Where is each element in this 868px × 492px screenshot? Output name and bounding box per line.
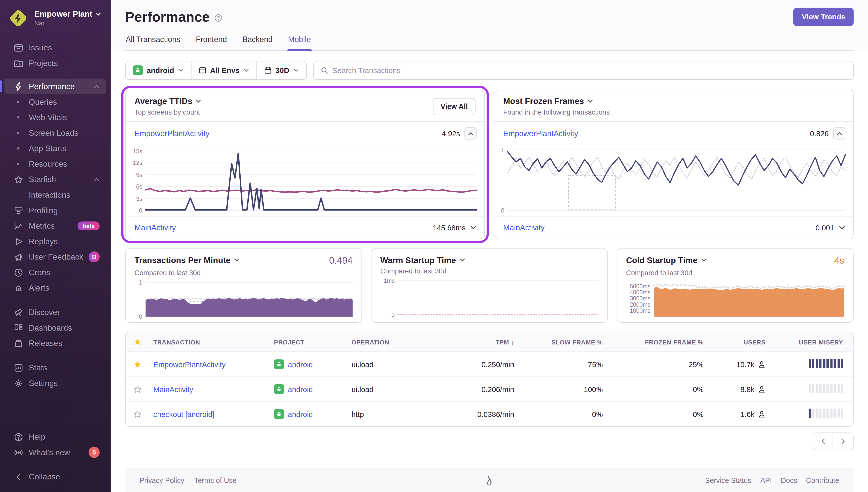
transaction-link[interactable]: EmpowerPlantActivity [503, 129, 578, 138]
column-header-user-misery[interactable]: USER MISERY [770, 333, 848, 351]
chevron-down-icon [293, 68, 299, 73]
sidebar-item-profiling[interactable]: Profiling [4, 203, 106, 218]
user-icon [758, 361, 766, 368]
user-icon [758, 410, 766, 418]
collapse-toggle-button[interactable] [464, 127, 477, 140]
project-cell[interactable]: android [270, 378, 347, 401]
sidebar-item-releases[interactable]: Releases [4, 336, 106, 351]
transaction-link[interactable]: MainActivity [503, 223, 544, 232]
favorite-star-button[interactable] [126, 353, 149, 375]
sidebar-item-resources[interactable]: Resources [4, 156, 106, 172]
expand-toggle-button[interactable] [839, 224, 845, 231]
bullet-icon [14, 194, 23, 196]
expand-toggle-button[interactable] [470, 224, 477, 231]
transaction-link[interactable]: EmpowerPlantActivity [153, 360, 226, 368]
tab-all-transactions[interactable]: All Transactions [125, 35, 181, 51]
transaction-value: 145.68ms [433, 223, 465, 232]
sidebar-item-discover[interactable]: Discover [4, 304, 106, 320]
date-range-filter[interactable]: 30D [257, 62, 306, 79]
project-filter[interactable]: android [126, 62, 191, 79]
tab-backend[interactable]: Backend [242, 35, 273, 51]
transaction-link[interactable]: checkout [android] [153, 410, 214, 418]
sidebar-item-queries[interactable]: Queries [4, 94, 106, 110]
sidebar-item-metrics[interactable]: Metrics beta [4, 218, 106, 233]
sidebar-item-stats[interactable]: Stats [4, 360, 106, 375]
sidebar-item-label: Releases [29, 339, 99, 348]
sidebar-item-collapse[interactable]: Collapse [4, 469, 106, 485]
view-all-button[interactable]: View All [433, 98, 476, 115]
warm-startup-time-card: Warm Startup Time Compared to last 30d 0… [371, 248, 608, 323]
user-misery-cell [770, 377, 848, 401]
org-switcher[interactable]: Empower Plant Nar [0, 8, 111, 29]
sidebar-item-whats-new[interactable]: What's new 5 [4, 445, 106, 460]
collapse-toggle-button[interactable] [833, 127, 845, 140]
sidebar-item-web-vitals[interactable]: Web Vitals [4, 109, 106, 125]
column-header-transaction[interactable]: TRANSACTION [149, 333, 270, 351]
sidebar-item-crons[interactable]: Crons [4, 265, 106, 280]
sidebar-item-interactions[interactable]: Interactions [4, 187, 106, 203]
chevron-down-icon [95, 11, 101, 17]
sidebar-item-alerts[interactable]: Alerts [4, 280, 106, 296]
project-cell[interactable]: android [270, 353, 347, 376]
sidebar-item-label: Help [29, 432, 99, 441]
chevron-right-icon [840, 438, 846, 444]
average-ttids-title[interactable]: Average TTIDs [134, 96, 202, 106]
sidebar-item-help[interactable]: Help [4, 429, 106, 445]
transaction-link[interactable]: MainActivity [134, 223, 176, 232]
sidebar-item-app-starts[interactable]: App Starts [4, 141, 106, 156]
tab-mobile[interactable]: Mobile [287, 35, 311, 51]
column-header-project[interactable]: PROJECT [270, 333, 347, 351]
star-outline-icon [133, 410, 142, 418]
column-header-users[interactable]: USERS [708, 333, 770, 351]
sidebar-item-settings[interactable]: Settings [4, 375, 106, 391]
service-status-link[interactable]: Service Status [705, 476, 751, 485]
help-circle-icon[interactable] [214, 9, 223, 25]
column-header-tpm[interactable]: TPM ↓ [429, 333, 518, 351]
most-frozen-frames-subtitle: Found in the following transactions [503, 108, 610, 116]
environment-filter[interactable]: All Envs [191, 62, 257, 79]
bullet-icon [14, 147, 23, 149]
search-transactions-input[interactable] [333, 66, 847, 75]
column-header-operation[interactable]: OPERATION [347, 333, 429, 351]
sidebar-item-replays[interactable]: Replays [4, 233, 106, 249]
tpm-cell: 0.250/min [429, 353, 518, 375]
chevron-down-icon [244, 68, 249, 73]
bullet-icon [14, 116, 23, 118]
column-header-frozen-frame[interactable]: FROZEN FRAME % [607, 333, 708, 351]
contribute-link[interactable]: Contribute [806, 476, 839, 485]
terms-of-use-link[interactable]: Terms of Use [194, 476, 237, 485]
chevron-down-icon [459, 257, 465, 263]
tpm-title[interactable]: Transactions Per Minute [134, 255, 240, 265]
docs-link[interactable]: Docs [781, 476, 797, 485]
favorite-star-button[interactable] [126, 403, 149, 425]
column-header-slow-frame[interactable]: SLOW FRAME % [518, 333, 607, 351]
view-trends-button[interactable]: View Trends [793, 8, 854, 26]
window-icon [198, 67, 206, 74]
next-page-button[interactable] [833, 433, 853, 450]
sidebar-item-issues[interactable]: Issues [4, 40, 106, 55]
most-frozen-frames-title[interactable]: Most Frozen Frames [503, 96, 610, 106]
sidebar-item-dashboards[interactable]: Dashboards [4, 320, 106, 336]
tab-frontend[interactable]: Frontend [195, 35, 228, 51]
sidebar-item-screen-loads[interactable]: Screen Loads [4, 125, 106, 141]
org-name: Empower Plant [34, 9, 92, 19]
project-cell[interactable]: android [270, 402, 347, 426]
previous-page-button[interactable] [813, 433, 833, 450]
transaction-link[interactable]: EmpowerPlantActivity [134, 129, 209, 138]
privacy-policy-link[interactable]: Privacy Policy [139, 476, 184, 485]
favorite-star-button[interactable] [126, 378, 149, 400]
sidebar-item-user-feedback[interactable]: User Feedback B [4, 249, 106, 265]
chevron-up-icon [94, 176, 100, 182]
warm-startup-title[interactable]: Warm Startup Time [380, 255, 465, 265]
transaction-link[interactable]: MainActivity [153, 385, 193, 393]
user-misery-cell [770, 352, 848, 377]
sidebar-item-performance[interactable]: Performance [4, 78, 106, 94]
api-link[interactable]: API [760, 476, 772, 485]
environment-filter-value: All Envs [210, 66, 240, 75]
tpm-cell: 0.206/min [429, 378, 518, 400]
sidebar-item-label: Projects [29, 59, 99, 68]
star-column-header[interactable] [126, 332, 149, 351]
sidebar-item-projects[interactable]: Projects [4, 55, 106, 71]
sidebar-item-starfish[interactable]: Starfish [4, 172, 106, 187]
cold-startup-title[interactable]: Cold Startup Time [626, 255, 707, 265]
